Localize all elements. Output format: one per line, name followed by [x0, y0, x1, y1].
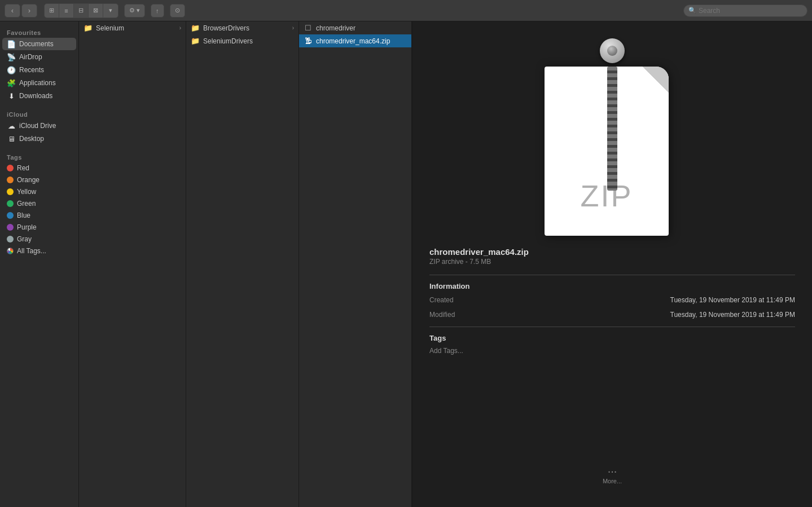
list-item[interactable]: 📁 SeleniumDrivers — [186, 34, 299, 47]
airdrop-icon: 📡 — [7, 52, 16, 61]
icloud-drive-icon: ☁ — [7, 121, 16, 130]
item-label: Selenium — [96, 24, 176, 32]
list-item[interactable]: 📁 BrowserDrivers › — [186, 21, 299, 34]
item-label: BrowserDrivers — [203, 24, 289, 32]
folder-icon: 📁 — [191, 24, 200, 32]
main-area: Favourites 📄 Documents 📡 AirDrop 🕐 Recen… — [0, 21, 812, 507]
zip-file-preview: ZIP — [533, 33, 691, 236]
sidebar-item-purple[interactable]: Purple — [2, 222, 76, 233]
sidebar-item-green[interactable]: Green — [2, 198, 76, 209]
green-dot — [7, 200, 14, 207]
tags-button[interactable]: ⊙ — [170, 4, 185, 17]
information-title: Information — [429, 282, 795, 290]
sidebar-item-airdrop[interactable]: 📡 AirDrop — [2, 51, 76, 63]
file-name: chromedriver_mac64.zip — [429, 247, 795, 257]
favourites-title: Favourites — [0, 26, 78, 37]
folder-icon: 📁 — [191, 37, 200, 45]
purple-dot — [7, 224, 14, 231]
sidebar-item-label: iCloud Drive — [19, 122, 56, 130]
created-label: Created — [429, 296, 454, 304]
folder-icon: 📁 — [84, 24, 93, 32]
column-view-button[interactable]: ⊟ — [74, 4, 89, 17]
tags-title: Tags — [0, 151, 78, 162]
sidebar-item-blue[interactable]: Blue — [2, 210, 76, 221]
toolbar: ‹ › ⊞ ≡ ⊟ ⊠ ▾ ⚙ ▾ ↑ ⊙ 🔍 — [0, 0, 812, 21]
search-icon: 🔍 — [688, 7, 696, 14]
created-row: Created Tuesday, 19 November 2019 at 11:… — [429, 296, 795, 307]
tags-title: Tags — [429, 334, 795, 342]
yellow-dot — [7, 188, 14, 195]
divider — [429, 275, 795, 275]
zipper-track — [607, 67, 617, 191]
forward-button[interactable]: › — [21, 4, 37, 17]
zipper-pull — [600, 38, 625, 63]
sidebar-item-red[interactable]: Red — [2, 162, 76, 174]
view-mode-buttons: ⊞ ≡ ⊟ ⊠ ▾ — [44, 3, 118, 18]
sidebar-item-label: Desktop — [19, 135, 44, 143]
sidebar-item-all-tags[interactable]: All Tags... — [2, 245, 76, 257]
all-tags-dot — [7, 248, 14, 254]
sidebar-item-label: AirDrop — [19, 53, 42, 61]
search-input[interactable] — [699, 7, 802, 15]
sidebar-item-label: Downloads — [19, 92, 52, 100]
file-info-panel: chromedriver_mac64.zip ZIP archive - 7.5… — [412, 247, 812, 355]
zip-file-icon: 🗜 — [304, 37, 313, 45]
sidebar-item-icloud-drive[interactable]: ☁ iCloud Drive — [2, 120, 76, 132]
sidebar-item-downloads[interactable]: ⬇ Downloads — [2, 90, 76, 102]
more-dots-icon: ··· — [608, 465, 617, 477]
more-button[interactable]: ··· More... — [603, 465, 622, 496]
more-section: ··· More... — [603, 355, 622, 507]
sidebar-item-label: Green — [17, 200, 36, 208]
icon-view-button[interactable]: ⊞ — [45, 4, 59, 17]
chevron-right-icon: › — [292, 25, 294, 31]
orange-dot — [7, 177, 14, 183]
sidebar-item-documents[interactable]: 📄 Documents — [2, 38, 76, 50]
sidebar-item-orange[interactable]: Orange — [2, 174, 76, 186]
list-item[interactable]: 🗜 chromedriver_mac64.zip — [299, 34, 411, 47]
sidebar-item-desktop[interactable]: 🖥 Desktop — [2, 133, 76, 145]
icloud-title: iCloud — [0, 108, 78, 119]
sidebar-item-recents[interactable]: 🕐 Recents — [2, 64, 76, 76]
sidebar-item-gray[interactable]: Gray — [2, 233, 76, 245]
columns-area: 📁 Selenium › 📁 BrowserDrivers › 📁 Seleni… — [79, 21, 812, 507]
sidebar-item-applications[interactable]: 🧩 Applications — [2, 77, 76, 89]
list-view-button[interactable]: ≡ — [59, 4, 74, 17]
add-tags[interactable]: Add Tags... — [429, 347, 795, 355]
sidebar-item-label: Purple — [17, 223, 37, 231]
blue-dot — [7, 212, 14, 219]
back-button[interactable]: ‹ — [5, 4, 20, 17]
sidebar-item-label: Documents — [19, 40, 54, 48]
file-meta: ZIP archive - 7.5 MB — [429, 258, 795, 266]
list-item[interactable]: ☐ chromedriver — [299, 21, 411, 34]
modified-label: Modified — [429, 311, 455, 319]
search-box[interactable]: 🔍 — [683, 5, 807, 17]
sidebar-item-yellow[interactable]: Yellow — [2, 186, 76, 197]
action-button[interactable]: ⚙ ▾ — [124, 4, 145, 17]
sidebar-item-label: Orange — [17, 176, 39, 184]
modified-row: Modified Tuesday, 19 November 2019 at 11… — [429, 311, 795, 322]
item-label: chromedriver_mac64.zip — [316, 37, 407, 45]
sidebar-item-label: Gray — [17, 235, 32, 243]
modified-value: Tuesday, 19 November 2019 at 11:49 PM — [670, 311, 795, 319]
desktop-icon: 🖥 — [7, 134, 16, 143]
sidebar-item-label: Applications — [19, 79, 56, 87]
recents-icon: 🕐 — [7, 65, 16, 74]
zip-page-fold — [639, 67, 669, 96]
gallery-view-button[interactable]: ⊠ — [89, 4, 103, 17]
item-label: chromedriver — [316, 24, 407, 32]
sidebar-item-label: All Tags... — [17, 247, 46, 255]
share-button[interactable]: ↑ — [151, 4, 164, 17]
item-label: SeleniumDrivers — [203, 37, 294, 45]
applications-icon: 🧩 — [7, 78, 16, 87]
documents-icon: 📄 — [7, 39, 16, 49]
zipper-pull-inner — [607, 46, 617, 56]
red-dot — [7, 165, 14, 171]
list-item[interactable]: 📁 Selenium › — [79, 21, 186, 34]
view-dropdown-button[interactable]: ▾ — [103, 4, 118, 17]
sidebar-item-label: Red — [17, 164, 29, 172]
sidebar-item-label: Blue — [17, 211, 30, 219]
preview-pane: ZIP chromedriver_mac64.zip ZI — [412, 21, 812, 507]
downloads-icon: ⬇ — [7, 91, 16, 100]
divider2 — [429, 327, 795, 327]
created-value: Tuesday, 19 November 2019 at 11:49 PM — [670, 296, 795, 304]
